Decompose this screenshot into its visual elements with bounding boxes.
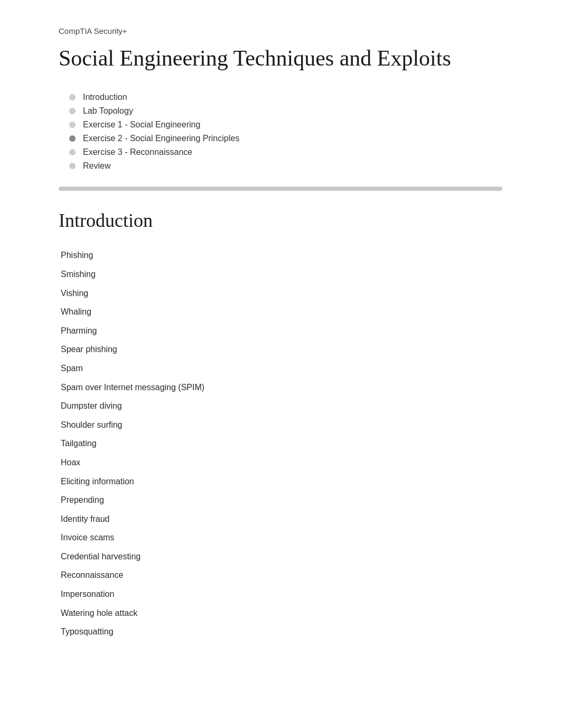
topic-item[interactable]: Prepending — [61, 491, 502, 509]
topic-item[interactable]: Spam over Internet messaging (SPIM) — [61, 379, 502, 397]
topic-item[interactable]: Whaling — [61, 303, 502, 321]
toc-item-label: Exercise 1 - Social Engineering — [83, 120, 200, 130]
toc-bullet-icon — [69, 149, 76, 155]
toc-item[interactable]: Introduction — [69, 93, 502, 102]
topic-item[interactable]: Spam — [61, 360, 502, 377]
topics-list: PhishingSmishingVishingWhalingPharmingSp… — [59, 246, 502, 640]
topic-item[interactable]: Typosquatting — [61, 623, 502, 641]
toc-item[interactable]: Exercise 2 - Social Engineering Principl… — [69, 134, 502, 143]
toc-item-label: Review — [83, 161, 110, 171]
topic-item[interactable]: Smishing — [61, 265, 502, 283]
page-container: CompTIA Security+ Social Engineering Tec… — [27, 0, 534, 668]
course-label: CompTIA Security+ — [59, 26, 502, 35]
divider-bar — [59, 187, 502, 191]
topic-item[interactable]: Watering hole attack — [61, 604, 502, 622]
toc-item[interactable]: Exercise 1 - Social Engineering — [69, 120, 502, 130]
toc-item[interactable]: Exercise 3 - Reconnaissance — [69, 148, 502, 157]
toc-bullet-icon — [69, 122, 76, 128]
topic-item[interactable]: Hoax — [61, 454, 502, 472]
topic-item[interactable]: Eliciting information — [61, 473, 502, 491]
toc-item-label: Exercise 2 - Social Engineering Principl… — [83, 134, 239, 143]
topic-item[interactable]: Tailgating — [61, 435, 502, 453]
toc-item[interactable]: Lab Topology — [69, 106, 502, 116]
topic-item[interactable]: Credential harvesting — [61, 548, 502, 566]
toc-item-label: Lab Topology — [83, 106, 133, 116]
topic-item[interactable]: Pharming — [61, 322, 502, 340]
topic-item[interactable]: Phishing — [61, 246, 502, 264]
topic-item[interactable]: Vishing — [61, 284, 502, 302]
toc-bullet-icon — [69, 163, 76, 169]
toc-bullet-icon — [69, 108, 76, 114]
topic-item[interactable]: Shoulder surfing — [61, 416, 502, 434]
topic-item[interactable]: Dumpster diving — [61, 397, 502, 415]
topic-item[interactable]: Reconnaissance — [61, 566, 502, 584]
toc-item-label: Exercise 3 - Reconnaissance — [83, 148, 192, 157]
introduction-title: Introduction — [59, 209, 502, 232]
toc-bullet-icon — [69, 94, 76, 100]
topic-item[interactable]: Identity fraud — [61, 510, 502, 528]
toc-bullet-icon — [69, 135, 76, 142]
toc-item-label: Introduction — [83, 93, 127, 102]
page-title: Social Engineering Techniques and Exploi… — [59, 45, 502, 71]
toc-section: IntroductionLab TopologyExercise 1 - Soc… — [59, 93, 502, 171]
topic-item[interactable]: Impersonation — [61, 585, 502, 603]
toc-item[interactable]: Review — [69, 161, 502, 171]
topic-item[interactable]: Invoice scams — [61, 529, 502, 547]
topic-item[interactable]: Spear phishing — [61, 340, 502, 358]
